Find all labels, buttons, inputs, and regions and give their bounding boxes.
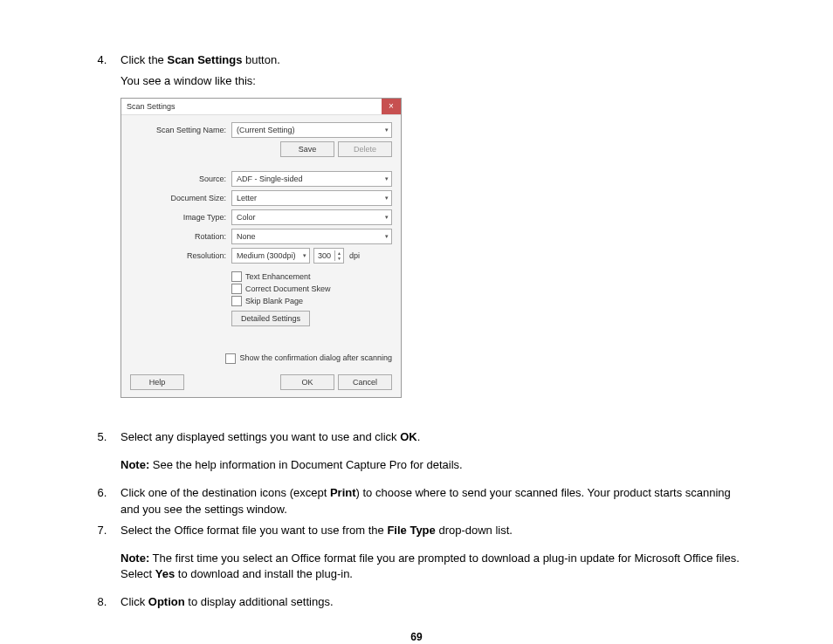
- step4-pre: Click the: [120, 53, 167, 66]
- step5-post: .: [417, 430, 421, 443]
- checkbox-icon: [231, 271, 242, 282]
- chevron-down-icon: ▾: [385, 175, 389, 183]
- step5-note: See the help information in Document Cap…: [149, 458, 462, 471]
- step4-post: button.: [242, 53, 279, 66]
- step-4: Click the Scan Settings button. You see …: [110, 52, 746, 398]
- checkbox-icon[interactable]: [225, 353, 236, 364]
- close-button[interactable]: ×: [382, 99, 401, 114]
- step5-note-b: Note:: [120, 458, 149, 471]
- ok-button[interactable]: OK: [280, 374, 334, 390]
- docsize-dropdown[interactable]: Letter ▾: [231, 190, 392, 206]
- chevron-down-icon: ▾: [385, 126, 389, 134]
- resolution-value: Medium (300dpi): [237, 250, 296, 262]
- step-5: Select any displayed settings you want t…: [110, 429, 746, 473]
- confirmation-label: Show the confirmation dialog after scann…: [239, 353, 392, 364]
- delete-button[interactable]: Delete: [338, 141, 392, 157]
- chevron-down-icon: ▾: [385, 213, 389, 222]
- docsize-value: Letter: [237, 193, 257, 204]
- step6-bold: Print: [330, 486, 356, 499]
- correct-skew-label: Correct Document Skew: [245, 284, 331, 295]
- rotation-label: Rotation:: [148, 231, 231, 243]
- resolution-label: Resolution:: [148, 250, 231, 262]
- source-dropdown[interactable]: ADF - Single-sided ▾: [231, 171, 392, 187]
- resolution-unit: dpi: [349, 250, 360, 262]
- close-icon: ×: [389, 102, 394, 111]
- help-button[interactable]: Help: [130, 374, 184, 390]
- dialog-title: Scan Settings: [121, 99, 181, 114]
- resolution-dropdown[interactable]: Medium (300dpi) ▾: [231, 248, 310, 264]
- step7-note-b: Note:: [120, 552, 149, 565]
- chevron-down-icon: ▾: [385, 232, 389, 241]
- step-8: Click Option to display additional setti…: [110, 594, 746, 610]
- imgtype-label: Image Type:: [148, 212, 231, 223]
- correct-skew-check[interactable]: Correct Document Skew: [231, 283, 331, 295]
- step5-bold: OK: [400, 430, 417, 443]
- step7-post: drop-down list.: [436, 524, 513, 537]
- page-number: 69: [87, 631, 746, 643]
- detailed-settings-button[interactable]: Detailed Settings: [231, 311, 310, 326]
- title-bar: Scan Settings ×: [121, 99, 401, 115]
- step8-pre: Click: [120, 595, 148, 608]
- step8-bold: Option: [148, 595, 185, 608]
- step8-post: to display additional settings.: [185, 595, 334, 608]
- step-6: Click one of the destination icons (exce…: [110, 485, 746, 517]
- spinner-buttons[interactable]: ▲▼: [334, 250, 343, 261]
- resolution-number: 300: [314, 250, 334, 262]
- skip-blank-label: Skip Blank Page: [245, 296, 303, 307]
- resolution-spinner[interactable]: 300 ▲▼: [313, 248, 344, 264]
- text-enhancement-check[interactable]: Text Enhancement: [231, 271, 331, 283]
- step5-pre: Select any displayed settings you want t…: [120, 430, 400, 443]
- step7-note-post: to download and install the plug-in.: [175, 567, 353, 580]
- text-enhancement-label: Text Enhancement: [245, 271, 311, 283]
- chevron-down-icon: ▾: [303, 251, 306, 260]
- skip-blank-check[interactable]: Skip Blank Page: [231, 295, 331, 307]
- save-button[interactable]: Save: [280, 141, 334, 157]
- checkbox-icon: [231, 284, 242, 294]
- step7-bold: File Type: [387, 524, 435, 537]
- chevron-down-icon: ▾: [385, 194, 389, 202]
- cancel-button[interactable]: Cancel: [338, 374, 392, 390]
- rotation-value: None: [237, 231, 256, 243]
- step6-pre: Click one of the destination icons (exce…: [120, 486, 330, 499]
- step7-pre: Select the Office format file you want t…: [120, 524, 387, 537]
- imgtype-dropdown[interactable]: Color ▾: [231, 209, 392, 225]
- imgtype-value: Color: [237, 212, 256, 223]
- setting-name-label: Scan Setting Name:: [130, 125, 231, 136]
- rotation-dropdown[interactable]: None ▾: [231, 229, 392, 244]
- step7-note-bold: Yes: [155, 567, 175, 580]
- docsize-label: Document Size:: [148, 193, 231, 204]
- checkbox-icon: [231, 296, 242, 306]
- step4-line2: You see a window like this:: [120, 73, 746, 89]
- source-value: ADF - Single-sided: [237, 174, 303, 185]
- setting-name-dropdown[interactable]: (Current Setting) ▾: [231, 122, 392, 138]
- step-7: Select the Office format file you want t…: [110, 523, 746, 583]
- setting-name-value: (Current Setting): [237, 125, 295, 136]
- source-label: Source:: [148, 174, 231, 185]
- scan-settings-dialog: Scan Settings × Scan Setting Name: (Curr…: [120, 98, 402, 398]
- step4-bold: Scan Settings: [167, 53, 242, 66]
